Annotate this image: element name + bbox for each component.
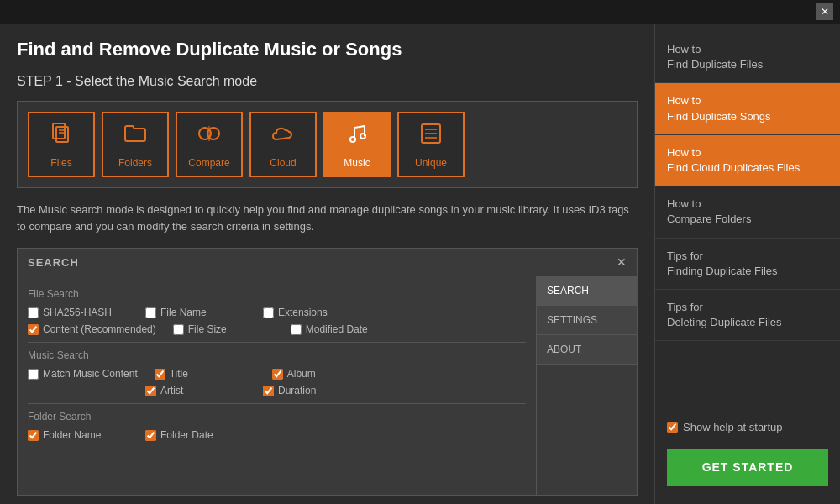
divider-2 [28,403,526,404]
sidebar-link-find-cloud-dup[interactable]: How to Find Cloud Duplicates Files [655,135,840,186]
mode-icon-music[interactable]: Music [323,112,391,177]
svg-rect-0 [53,123,65,139]
file-search-checkboxes-row2: Content (Recommended) File Size Modified… [28,323,526,335]
mode-icon-files[interactable]: Files [28,112,95,177]
cloud-label: Cloud [270,157,296,169]
search-panel: SEARCH ✕ File Search SHA256-HASH [17,248,638,496]
artist-checkbox[interactable] [145,386,156,396]
cloud-icon [270,121,296,152]
description-text: The Music search mode is designed to qui… [17,202,638,234]
album-checkbox-item[interactable]: Album [272,368,373,380]
filename-checkbox-item[interactable]: File Name [145,307,246,318]
music-search-checkboxes-row2: Artist Duration [145,385,526,396]
file-search-section-label: File Search [28,288,526,300]
filesize-checkbox-item[interactable]: File Size [173,323,274,335]
moddate-label: Modified Date [306,323,368,335]
unique-icon [418,121,444,152]
show-help-checkbox[interactable] [667,422,678,433]
duration-checkbox-item[interactable]: Duration [263,385,364,396]
filesize-checkbox[interactable] [173,324,184,335]
files-label: Files [50,157,71,169]
sha256-checkbox-item[interactable]: SHA256-HASH [28,307,129,318]
music-label: Music [344,157,370,169]
content-checkbox-item[interactable]: Content (Recommended) [28,323,156,335]
show-help-label: Show help at startup [683,421,783,433]
search-panel-header: SEARCH ✕ [18,249,637,276]
title-bar: ✕ [0,0,840,24]
folder-search-section-label: Folder Search [28,411,526,423]
search-panel-body: File Search SHA256-HASH File Name Ext [18,276,637,495]
matchmusic-checkbox-item[interactable]: Match Music Content [28,368,138,380]
moddate-checkbox[interactable] [291,324,302,335]
tab-about[interactable]: ABOUT [537,335,637,365]
compare-icon [197,121,222,152]
folder-search-checkboxes: Folder Name Folder Date [28,429,526,441]
sidebar-link-find-dup-songs[interactable]: How to Find Duplicate Songs [655,83,840,134]
title-label: Title [170,368,188,380]
foldername-label: Folder Name [43,429,101,441]
music-icon [344,121,370,152]
sidebar-link-find-dup-files[interactable]: How to Find Duplicate Files [655,32,840,83]
page-title: Find and Remove Duplicate Music or Songs [17,39,638,60]
filename-checkbox[interactable] [145,307,156,318]
mode-icon-cloud[interactable]: Cloud [249,112,317,177]
folders-label: Folders [118,157,152,169]
title-checkbox-item[interactable]: Title [155,368,255,380]
main-layout: Find and Remove Duplicate Music or Songs… [0,24,840,504]
sidebar-spacer [655,341,840,412]
music-search-section-label: Music Search [28,349,526,361]
show-help-row[interactable]: Show help at startup [655,412,840,442]
right-sidebar: How to Find Duplicate Files How to Find … [655,24,840,504]
matchmusic-checkbox[interactable] [28,369,39,380]
search-panel-title: SEARCH [28,256,79,269]
title-checkbox[interactable] [155,369,165,380]
extensions-label: Extensions [278,307,328,318]
album-label: Album [287,368,316,380]
moddate-checkbox-item[interactable]: Modified Date [291,323,391,335]
extensions-checkbox[interactable] [263,307,274,318]
album-checkbox[interactable] [272,369,283,380]
duration-checkbox[interactable] [263,386,274,396]
artist-checkbox-item[interactable]: Artist [145,385,246,396]
folders-icon [123,121,148,152]
mode-icons-container: Files Folders Compare [17,101,638,188]
compare-label: Compare [188,157,229,169]
tab-settings[interactable]: SETTINGS [537,306,637,335]
filesize-label: File Size [188,323,227,335]
sha256-checkbox[interactable] [28,307,39,318]
sidebar-link-tips-deleting[interactable]: Tips for Deleting Duplicate Files [655,290,840,341]
folderdate-checkbox-item[interactable]: Folder Date [145,429,246,441]
unique-label: Unique [415,157,447,169]
svg-point-7 [350,137,355,142]
svg-rect-1 [56,127,68,142]
tab-search[interactable]: SEARCH [537,276,637,306]
file-search-checkboxes: SHA256-HASH File Name Extensions [28,307,526,318]
foldername-checkbox[interactable] [28,430,39,441]
content-checkbox[interactable] [28,324,39,335]
folderdate-checkbox[interactable] [145,430,156,441]
duration-label: Duration [278,385,316,396]
filename-label: File Name [160,307,207,318]
step-heading: STEP 1 - Select the Music Search mode [17,74,638,89]
matchmusic-label: Match Music Content [43,368,138,380]
close-button[interactable]: ✕ [816,3,833,20]
files-icon [49,121,74,152]
get-started-button[interactable]: GET STARTED [667,449,828,486]
mode-icon-unique[interactable]: Unique [397,112,465,177]
foldername-checkbox-item[interactable]: Folder Name [28,429,129,441]
mode-icon-folders[interactable]: Folders [102,112,169,177]
search-right-tabs: SEARCH SETTINGS ABOUT [536,276,637,495]
extensions-checkbox-item[interactable]: Extensions [263,307,364,318]
content-label: Content (Recommended) [43,323,156,335]
artist-label: Artist [160,385,183,396]
divider-1 [28,342,526,343]
search-left: File Search SHA256-HASH File Name Ext [18,276,536,495]
sidebar-link-compare-folders[interactable]: How to Compare Folders [655,186,840,238]
folderdate-label: Folder Date [160,429,213,441]
svg-point-8 [360,134,365,139]
sidebar-link-tips-finding[interactable]: Tips for Finding Duplicate Files [655,239,840,290]
music-search-checkboxes: Match Music Content Title Album [28,368,526,380]
mode-icon-compare[interactable]: Compare [176,112,243,177]
sha256-label: SHA256-HASH [43,307,112,318]
search-panel-close-button[interactable]: ✕ [617,255,627,269]
